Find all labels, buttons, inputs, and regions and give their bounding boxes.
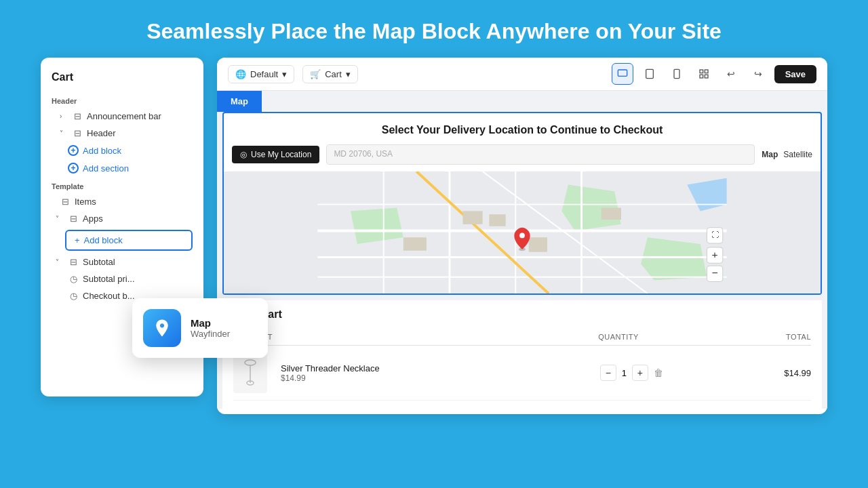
- product-price: $14.99: [281, 373, 538, 383]
- apps-label: Apps: [83, 214, 103, 224]
- undo-button[interactable]: ↩: [720, 63, 742, 85]
- cart-chevron-icon: ▾: [346, 69, 351, 79]
- header-grid-icon: ⊟: [72, 128, 83, 138]
- grid-icon: ⊟: [72, 111, 83, 121]
- svg-text:⛶: ⛶: [711, 230, 719, 239]
- svg-point-30: [519, 232, 525, 238]
- sidebar-item-apps[interactable]: ˅ ⊟ Apps: [41, 210, 203, 227]
- plus-circle-icon: +: [68, 145, 79, 156]
- toolbar-left: 🌐 Default ▾ 🛒 Cart ▾: [228, 65, 358, 83]
- map-section-heading: Select Your Delivery Location to Continu…: [224, 113, 821, 144]
- default-label: Default: [250, 69, 278, 79]
- add-block-header-label: Add block: [83, 146, 121, 156]
- subtotal-label: Subtotal: [83, 257, 115, 267]
- svg-rect-27: [403, 237, 427, 250]
- product-info: Silver Threader Necklace $14.99: [275, 363, 538, 383]
- col-total-header: TOTAL: [715, 333, 811, 341]
- svg-text:+: +: [712, 249, 718, 260]
- chevron-down-icon: ˅: [60, 129, 68, 137]
- add-section-label: Add section: [83, 163, 129, 174]
- delete-item-button[interactable]: 🗑: [654, 367, 663, 378]
- layout-view-button[interactable]: [693, 63, 715, 85]
- sidebar-item-items[interactable]: ⊟ Items: [41, 193, 203, 210]
- sidebar-item-subtotal[interactable]: ˅ ⊟ Subtotal: [41, 253, 203, 270]
- checkout-icon: ◷: [68, 291, 79, 301]
- svg-rect-26: [529, 237, 547, 251]
- svg-marker-11: [641, 237, 707, 280]
- product-row: Silver Threader Necklace $14.99 − 1 + 🗑 …: [233, 346, 811, 401]
- map-type-map[interactable]: Map: [762, 150, 778, 159]
- plus-circle-section-icon: +: [68, 163, 79, 174]
- default-chevron-icon: ▾: [282, 69, 287, 79]
- plus-circle-apps-icon: +: [75, 235, 80, 245]
- sidebar-item-header[interactable]: ˅ ⊟ Header: [41, 125, 203, 142]
- svg-rect-1: [646, 69, 653, 78]
- col-product-header: PRODUCT: [233, 333, 522, 341]
- add-section-button[interactable]: + Add section: [41, 159, 203, 177]
- map-tooltip-popup: Map Wayfinder: [132, 298, 268, 358]
- quantity-decrease-button[interactable]: −: [600, 365, 616, 381]
- subtotal-price-icon: ◷: [68, 274, 79, 284]
- map-type-satellite[interactable]: Satellite: [783, 150, 812, 159]
- svg-rect-7: [700, 75, 703, 78]
- map-type-buttons: Map Satellite: [762, 150, 812, 159]
- checkout-label: Checkout b...: [83, 291, 135, 301]
- editor-content: Map Select Your Delivery Location to Con…: [217, 91, 827, 409]
- svg-rect-3: [674, 69, 679, 78]
- chevron-right-icon: ›: [60, 113, 68, 120]
- address-text: MD 20706, USA: [334, 149, 393, 159]
- use-my-location-label: Use My Location: [251, 150, 311, 159]
- svg-rect-6: [705, 70, 708, 73]
- add-block-apps-label: Add block: [84, 235, 123, 245]
- product-table-header: PRODUCT QUANTITY TOTAL: [233, 329, 811, 346]
- add-block-header-button[interactable]: + Add block: [41, 142, 203, 159]
- map-visual: + − ⛶: [224, 171, 821, 293]
- apps-chevron-icon: ˅: [56, 215, 64, 222]
- cart-dropdown[interactable]: 🛒 Cart ▾: [302, 65, 358, 83]
- editor-panel: 🌐 Default ▾ 🛒 Cart ▾: [217, 58, 827, 414]
- quantity-value: 1: [622, 368, 627, 378]
- target-icon: ◎: [240, 150, 247, 159]
- cart-section-title: Your Cart: [233, 308, 811, 321]
- product-thumbnail: [233, 352, 267, 393]
- svg-point-37: [245, 360, 256, 365]
- redo-button[interactable]: ↪: [747, 63, 769, 85]
- save-button[interactable]: Save: [774, 65, 816, 83]
- tooltip-map-icon: [143, 309, 181, 347]
- subtotal-grid-icon: ⊟: [68, 257, 79, 267]
- cart-panel-title: Cart: [41, 71, 203, 92]
- mobile-view-button[interactable]: [666, 63, 688, 85]
- tablet-view-button[interactable]: [639, 63, 660, 85]
- svg-rect-24: [462, 211, 482, 224]
- col-quantity-header: QUANTITY: [522, 333, 715, 341]
- product-total: $14.99: [726, 368, 811, 378]
- add-block-apps-button[interactable]: + Add block: [65, 230, 193, 251]
- map-tab[interactable]: Map: [217, 91, 262, 112]
- product-name: Silver Threader Necklace: [281, 363, 538, 373]
- template-section-label: Template: [41, 177, 203, 193]
- items-label: Items: [75, 197, 96, 207]
- tooltip-title: Map: [191, 317, 230, 329]
- use-my-location-button[interactable]: ◎ Use My Location: [232, 146, 319, 163]
- cart-icon: 🛒: [310, 69, 321, 79]
- map-controls: ◎ Use My Location MD 20706, USA Map Sate…: [224, 144, 821, 171]
- svg-rect-28: [601, 208, 621, 220]
- svg-rect-0: [618, 70, 627, 76]
- header-label: Header: [87, 128, 116, 138]
- subtotal-chevron-icon: ˅: [56, 258, 64, 266]
- globe-icon: 🌐: [235, 69, 246, 79]
- toolbar-right: ↩ ↪ Save: [612, 63, 816, 85]
- default-dropdown[interactable]: 🌐 Default ▾: [228, 65, 294, 83]
- cart-dropdown-label: Cart: [325, 69, 342, 79]
- items-grid-icon: ⊟: [60, 197, 71, 207]
- desktop-view-button[interactable]: [612, 63, 633, 85]
- editor-toolbar: 🌐 Default ▾ 🛒 Cart ▾: [217, 58, 827, 91]
- header-section-label: Header: [41, 92, 203, 108]
- map-tab-bar: Map: [217, 91, 827, 112]
- svg-rect-5: [700, 70, 703, 73]
- address-input[interactable]: MD 20706, USA: [326, 144, 755, 165]
- sidebar-item-announcement[interactable]: › ⊟ Announcement bar: [41, 108, 203, 125]
- quantity-increase-button[interactable]: +: [632, 365, 648, 381]
- subtotal-price-label: Subtotal pri...: [83, 274, 135, 284]
- sidebar-item-subtotal-price[interactable]: ◷ Subtotal pri...: [41, 270, 203, 287]
